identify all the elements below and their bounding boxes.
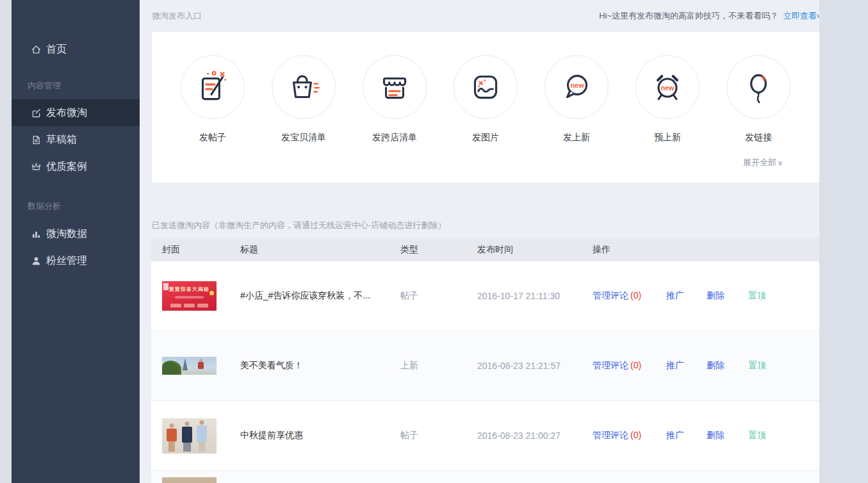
entry-post[interactable]: 发帖子	[181, 55, 245, 143]
sidebar-item-label: 粉丝管理	[46, 254, 87, 268]
entry-link[interactable]: 发链接	[726, 55, 790, 143]
promo-text: Hi~这里有发布微淘的高富帅技巧，不来看看吗？	[599, 11, 778, 20]
store-icon	[363, 55, 427, 119]
entry-pre-new[interactable]: new 预上新	[635, 55, 700, 143]
comment-count[interactable]: (0)	[630, 360, 641, 370]
bar-chart-icon	[31, 229, 42, 240]
entry-label: 发宝贝清单	[272, 132, 336, 143]
cover-thumbnail: 重重惊喜大揭秘	[162, 281, 217, 311]
sidebar-item-home[interactable]: 首页	[12, 35, 140, 63]
manage-comments-link[interactable]: 管理评论	[593, 290, 628, 300]
delete-link[interactable]: 删除	[707, 360, 725, 370]
page-title: 微淘发布入口	[152, 10, 202, 22]
pin-top-link[interactable]: 置顶	[748, 360, 766, 372]
sidebar-item-weitao-data[interactable]: 微淘数据	[12, 220, 140, 247]
entry-new-arrival[interactable]: new 发上新	[545, 55, 609, 143]
row-publish-time: 2016-10-17 21:11:30	[477, 291, 593, 301]
picture-icon	[454, 55, 518, 119]
entry-label: 预上新	[635, 132, 700, 143]
sidebar-item-label: 草稿箱	[46, 133, 77, 147]
promote-link[interactable]: 推广	[666, 430, 684, 440]
pin-top-link[interactable]: 置顶	[748, 430, 766, 441]
comment-count[interactable]: (0)	[630, 430, 641, 440]
sidebar-item-label: 微淘数据	[46, 227, 87, 241]
balloon-icon	[726, 55, 790, 119]
sidebar: 首页 内容管理 发布微淘 草稿箱 优质案例 数据分析 微淘数	[12, 0, 140, 483]
bag-icon	[272, 55, 336, 119]
entry-label: 发图片	[454, 132, 518, 143]
delete-link[interactable]: 删除	[707, 430, 725, 440]
user-icon	[31, 256, 42, 266]
sidebar-section-data: 数据分析	[12, 200, 140, 213]
promo-arrow: ›	[817, 11, 819, 20]
promote-link[interactable]: 推广	[666, 360, 684, 370]
row-type: 上新	[400, 360, 477, 372]
new-badge-text: new	[660, 84, 675, 92]
crown-icon	[31, 161, 42, 172]
sidebar-item-label: 发布微淘	[46, 106, 87, 120]
delete-link[interactable]: 删除	[707, 290, 725, 300]
sidebar-item-fans[interactable]: 粉丝管理	[12, 247, 140, 274]
column-header-title: 标题	[240, 244, 400, 256]
document-icon	[31, 135, 42, 145]
new-bubble-icon: new	[545, 55, 609, 119]
alarm-new-icon: new	[635, 55, 700, 119]
row-title: 美不美看气质！	[240, 360, 400, 372]
cover-thumbnail	[162, 418, 217, 454]
entry-label: 发链接	[726, 132, 790, 143]
main-content: 微淘发布入口 Hi~这里有发布微淘的高富帅技巧，不来看看吗？ 立即查看›	[140, 0, 819, 483]
comment-count[interactable]: (0)	[630, 290, 641, 300]
table-row: 美不美看气质！ 上新 2016-08-23 21:21:57 管理评论(0) 推…	[151, 331, 819, 401]
app-root: 首页 内容管理 发布微淘 草稿箱 优质案例 数据分析 微淘数	[0, 0, 868, 483]
row-title: #小店_#告诉你应该穿秋装，不...	[240, 290, 400, 302]
entry-label: 发跨店清单	[363, 132, 427, 143]
table-header: 封面 标题 类型 发布时间 操作	[151, 238, 819, 261]
table-row: 重重惊喜大揭秘 #小店_#告诉你应该穿秋装，不... 帖子 2016-10-17…	[151, 261, 819, 331]
sidebar-section-content: 内容管理	[12, 79, 140, 92]
manage-comments-link[interactable]: 管理评论	[593, 430, 628, 440]
cover-thumbnail	[162, 477, 217, 483]
publish-entry-row: 发帖子 发宝贝清单	[152, 32, 819, 143]
cover-thumbnail	[162, 357, 217, 375]
entry-cross-store-list[interactable]: 发跨店清单	[363, 55, 427, 143]
row-type: 帖子	[400, 290, 477, 302]
sent-content-section-title: 已发送微淘内容（非微淘生产的内容，请通过无线运营中心-店铺动态进行删除）	[152, 220, 819, 230]
expand-all-button[interactable]: 展开全部∨	[743, 157, 783, 168]
column-header-time: 发布时间	[477, 244, 593, 256]
post-icon	[181, 55, 245, 119]
row-publish-time: 2016-08-23 21:21:57	[477, 361, 593, 371]
sidebar-item-cases[interactable]: 优质案例	[12, 153, 140, 180]
content-table: 封面 标题 类型 发布时间 操作 重重惊喜大揭秘 #小店_#告诉你应该穿秋装，不…	[151, 238, 819, 483]
column-header-type: 类型	[400, 244, 477, 256]
manage-comments-link[interactable]: 管理评论	[593, 360, 628, 370]
entry-picture[interactable]: 发图片	[454, 55, 518, 143]
pin-top-link[interactable]: 置顶	[748, 290, 766, 302]
promo-banner: Hi~这里有发布微淘的高富帅技巧，不来看看吗？ 立即查看›	[599, 10, 819, 22]
entry-label: 发上新	[545, 132, 609, 143]
topbar: 微淘发布入口 Hi~这里有发布微淘的高富帅技巧，不来看看吗？ 立即查看›	[152, 0, 819, 32]
sidebar-item-drafts[interactable]: 草稿箱	[12, 126, 140, 153]
sidebar-item-publish[interactable]: 发布微淘	[12, 99, 140, 126]
chevron-down-icon: ∨	[778, 159, 783, 167]
sidebar-item-label: 优质案例	[46, 160, 87, 174]
entry-label: 发帖子	[181, 132, 245, 143]
promote-link[interactable]: 推广	[666, 290, 684, 300]
edit-icon	[31, 108, 42, 119]
publish-entry-panel: 发帖子 发宝贝清单	[152, 32, 819, 183]
table-row: 中秋提前享优惠 帖子 2016-08-23 21:00:27 管理评论(0) 推…	[151, 401, 819, 471]
promo-view-now-link[interactable]: 立即查看	[783, 11, 817, 20]
column-header-cover: 封面	[151, 244, 240, 256]
entry-product-list[interactable]: 发宝贝清单	[272, 55, 336, 143]
row-type: 帖子	[400, 430, 477, 441]
row-title: 中秋提前享优惠	[240, 430, 400, 441]
new-badge-text: new	[570, 81, 584, 89]
home-icon	[31, 44, 42, 55]
sidebar-item-label: 首页	[46, 43, 67, 56]
table-row	[151, 471, 819, 483]
column-header-ops: 操作	[593, 244, 819, 256]
row-publish-time: 2016-08-23 21:00:27	[477, 430, 593, 441]
